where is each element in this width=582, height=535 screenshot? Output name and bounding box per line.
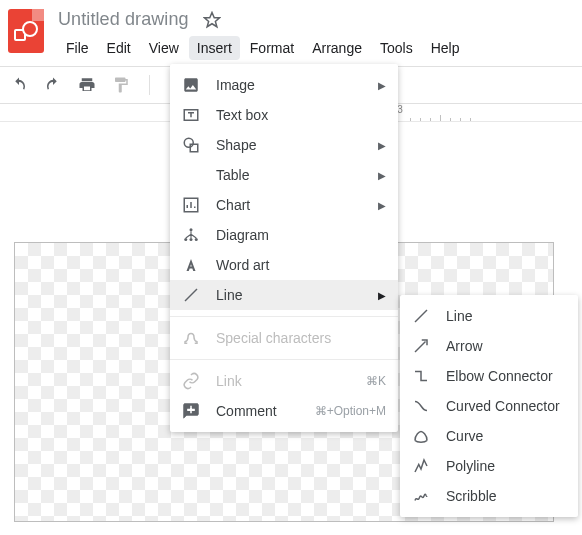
document-title[interactable]: Untitled drawing <box>58 9 189 30</box>
wordart-icon <box>182 256 200 274</box>
svg-point-2 <box>184 138 193 147</box>
submenu-arrow-icon: ▶ <box>378 290 386 301</box>
line-scribble[interactable]: Scribble <box>400 481 578 511</box>
omega-icon <box>182 329 200 347</box>
svg-rect-3 <box>190 144 198 152</box>
comment-shortcut: ⌘+Option+M <box>315 404 386 418</box>
line-elbow-label: Elbow Connector <box>446 368 566 384</box>
insert-image-label: Image <box>216 77 370 93</box>
menu-help[interactable]: Help <box>423 36 468 60</box>
arrow-icon <box>412 337 430 355</box>
menu-tools[interactable]: Tools <box>372 36 421 60</box>
submenu-arrow-icon: ▶ <box>378 140 386 151</box>
line-arrow-label: Arrow <box>446 338 566 354</box>
star-icon[interactable] <box>203 11 221 29</box>
svg-point-6 <box>184 238 187 241</box>
insert-comment-label: Comment <box>216 403 307 419</box>
insert-special-chars: Special characters <box>170 323 398 353</box>
paint-format-button[interactable] <box>112 76 130 94</box>
line-icon <box>412 307 430 325</box>
line-curved[interactable]: Curved Connector <box>400 391 578 421</box>
insert-line-label: Line <box>216 287 370 303</box>
app-logo-icon[interactable] <box>8 9 44 53</box>
menubar: File Edit View Insert Format Arrange Too… <box>58 36 467 60</box>
insert-wordart-label: Word art <box>216 257 386 273</box>
redo-button[interactable] <box>44 76 62 94</box>
shape-icon <box>182 136 200 154</box>
insert-table-label: Table <box>216 167 370 183</box>
insert-diagram[interactable]: Diagram <box>170 220 398 250</box>
curved-connector-icon <box>412 397 430 415</box>
submenu-arrow-icon: ▶ <box>378 200 386 211</box>
image-icon <box>182 76 200 94</box>
comment-icon <box>182 402 200 420</box>
insert-shape[interactable]: Shape ▶ <box>170 130 398 160</box>
insert-textbox[interactable]: Text box <box>170 100 398 130</box>
insert-chart[interactable]: Chart ▶ <box>170 190 398 220</box>
insert-link: Link ⌘K <box>170 366 398 396</box>
menu-insert[interactable]: Insert <box>189 36 240 60</box>
elbow-connector-icon <box>412 367 430 385</box>
svg-marker-0 <box>204 12 219 26</box>
line-curved-label: Curved Connector <box>446 398 566 414</box>
svg-point-8 <box>195 238 198 241</box>
insert-chart-label: Chart <box>216 197 370 213</box>
line-icon <box>182 286 200 304</box>
menu-edit[interactable]: Edit <box>99 36 139 60</box>
insert-wordart[interactable]: Word art <box>170 250 398 280</box>
line-polyline[interactable]: Polyline <box>400 451 578 481</box>
svg-rect-10 <box>190 406 192 414</box>
scribble-icon <box>412 487 430 505</box>
insert-image[interactable]: Image ▶ <box>170 70 398 100</box>
submenu-arrow-icon: ▶ <box>378 80 386 91</box>
undo-button[interactable] <box>10 76 28 94</box>
table-icon <box>182 166 200 184</box>
textbox-icon <box>182 106 200 124</box>
menu-view[interactable]: View <box>141 36 187 60</box>
submenu-arrow-icon: ▶ <box>378 170 386 181</box>
diagram-icon <box>182 226 200 244</box>
line-scribble-label: Scribble <box>446 488 566 504</box>
line-arrow[interactable]: Arrow <box>400 331 578 361</box>
link-shortcut: ⌘K <box>366 374 386 388</box>
polyline-icon <box>412 457 430 475</box>
ruler-mark-3: 3 <box>397 104 403 115</box>
insert-link-label: Link <box>216 373 358 389</box>
line-curve-label: Curve <box>446 428 566 444</box>
insert-textbox-label: Text box <box>216 107 386 123</box>
print-button[interactable] <box>78 76 96 94</box>
insert-line[interactable]: Line ▶ <box>170 280 398 310</box>
insert-diagram-label: Diagram <box>216 227 386 243</box>
curve-icon <box>412 427 430 445</box>
line-curve[interactable]: Curve <box>400 421 578 451</box>
insert-table[interactable]: Table ▶ <box>170 160 398 190</box>
insert-comment[interactable]: Comment ⌘+Option+M <box>170 396 398 426</box>
line-line[interactable]: Line <box>400 301 578 331</box>
menu-file[interactable]: File <box>58 36 97 60</box>
svg-point-7 <box>190 238 193 241</box>
menu-format[interactable]: Format <box>242 36 302 60</box>
menu-arrange[interactable]: Arrange <box>304 36 370 60</box>
insert-specialchars-label: Special characters <box>216 330 386 346</box>
insert-dropdown: Image ▶ Text box Shape ▶ Table ▶ Chart ▶… <box>170 64 398 432</box>
line-polyline-label: Polyline <box>446 458 566 474</box>
line-line-label: Line <box>446 308 566 324</box>
insert-shape-label: Shape <box>216 137 370 153</box>
svg-point-5 <box>190 228 193 231</box>
link-icon <box>182 372 200 390</box>
line-elbow[interactable]: Elbow Connector <box>400 361 578 391</box>
line-submenu: Line Arrow Elbow Connector Curved Connec… <box>400 295 578 517</box>
chart-icon <box>182 196 200 214</box>
